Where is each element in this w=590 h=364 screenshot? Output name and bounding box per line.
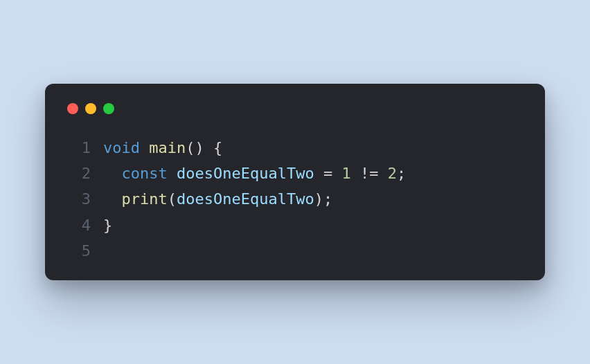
variable-name: doesOneEqualTwo — [177, 165, 314, 182]
function-call: print — [122, 190, 168, 208]
code-content: void main() { — [103, 135, 222, 161]
line-number: 3 — [67, 186, 91, 212]
code-window: 1 void main() { 2 const doesOneEqualTwo … — [45, 84, 545, 281]
code-content: const doesOneEqualTwo = 1 != 2; — [103, 161, 406, 186]
line-number: 5 — [67, 238, 91, 264]
function-name: main — [149, 139, 186, 156]
code-line: 2 const doesOneEqualTwo = 1 != 2; — [67, 161, 523, 186]
code-line: 5 — [67, 238, 523, 264]
number-literal: 2 — [388, 165, 397, 182]
code-block: 1 void main() { 2 const doesOneEqualTwo … — [67, 135, 523, 264]
keyword-const: const — [122, 165, 168, 182]
close-icon[interactable] — [67, 103, 78, 114]
minimize-icon[interactable] — [85, 103, 96, 114]
code-line: 3 print(doesOneEqualTwo); — [67, 186, 523, 212]
keyword-void: void — [103, 139, 140, 156]
variable-ref: doesOneEqualTwo — [177, 190, 314, 208]
window-titlebar — [67, 103, 523, 114]
code-content: print(doesOneEqualTwo); — [103, 186, 332, 212]
operator-ne: != — [360, 165, 379, 182]
code-line: 4 } — [67, 212, 523, 238]
line-number: 1 — [67, 135, 91, 161]
line-number: 2 — [67, 161, 91, 186]
maximize-icon[interactable] — [103, 103, 114, 114]
code-content: } — [103, 212, 112, 238]
code-line: 1 void main() { — [67, 135, 523, 161]
number-literal: 1 — [341, 165, 350, 182]
line-number: 4 — [67, 212, 91, 238]
